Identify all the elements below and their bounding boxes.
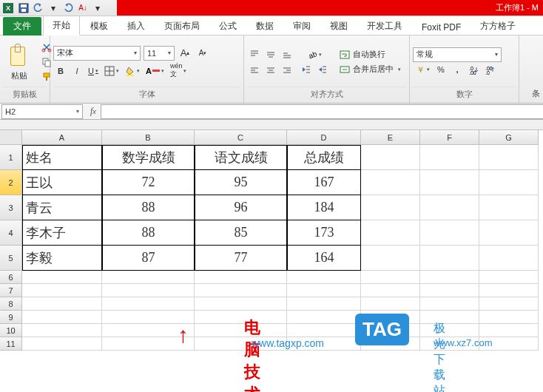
sort-icon[interactable]: A↓ (77, 2, 89, 14)
cell[interactable] (420, 220, 479, 246)
bold-button[interactable]: B (53, 64, 68, 78)
cell[interactable] (195, 297, 287, 311)
cell[interactable] (287, 284, 361, 297)
align-top-icon[interactable] (247, 47, 262, 61)
cell[interactable] (479, 145, 539, 170)
cell[interactable] (479, 297, 539, 311)
cell[interactable] (361, 246, 420, 271)
cell[interactable] (287, 324, 361, 337)
grow-font-icon[interactable]: A▴ (178, 46, 192, 61)
cell[interactable] (287, 297, 361, 311)
tab-view[interactable]: 视图 (321, 17, 357, 36)
cell[interactable] (361, 195, 420, 220)
cell[interactable]: 姓名 (22, 145, 102, 170)
cell[interactable]: 李木子 (22, 220, 102, 246)
cell[interactable]: 青云 (22, 195, 102, 220)
phonetic-button[interactable]: wén文▾ (168, 64, 189, 78)
cell[interactable] (22, 324, 102, 337)
undo-icon[interactable] (33, 2, 44, 14)
cell[interactable]: 96 (195, 195, 287, 220)
fill-color-button[interactable]: ▾ (123, 64, 142, 78)
cell[interactable] (195, 284, 287, 297)
row-header[interactable]: 5 (0, 246, 22, 271)
cell[interactable] (102, 337, 195, 351)
cell[interactable]: 77 (195, 246, 287, 271)
cell[interactable]: 95 (195, 170, 287, 195)
cell[interactable]: 164 (287, 246, 361, 271)
cell[interactable]: 88 (102, 220, 195, 246)
underline-button[interactable]: U▾ (86, 64, 101, 78)
align-middle-icon[interactable] (263, 47, 278, 61)
tab-data[interactable]: 数据 (247, 17, 283, 36)
tab-file[interactable]: 文件 (3, 17, 41, 36)
cell[interactable] (479, 170, 539, 195)
qat-more-icon[interactable]: ▾ (92, 2, 104, 14)
cell[interactable] (195, 324, 287, 337)
cell[interactable] (361, 284, 420, 297)
cell[interactable]: 李毅 (22, 246, 102, 271)
cell[interactable]: 184 (287, 195, 361, 220)
cell[interactable]: 王以 (22, 170, 102, 195)
cell[interactable] (361, 324, 420, 337)
cell[interactable] (420, 297, 479, 311)
font-size-combo[interactable]: 11▾ (144, 46, 175, 61)
font-color-button[interactable]: A▾ (144, 64, 166, 78)
tab-foxit[interactable]: Foxit PDF (413, 19, 470, 36)
cell[interactable] (361, 271, 420, 284)
fx-icon[interactable]: fx (90, 106, 96, 117)
formula-input[interactable] (101, 104, 543, 119)
cell[interactable] (420, 170, 479, 195)
cell[interactable] (361, 220, 420, 246)
row-header[interactable]: 10 (0, 324, 22, 337)
indent-decrease-icon[interactable] (299, 62, 314, 77)
cell[interactable] (195, 271, 287, 284)
cell[interactable] (420, 284, 479, 297)
shrink-font-icon[interactable]: A▾ (195, 46, 210, 61)
grid[interactable]: A B C D E F G 1 姓名 数学成绩 语文成绩 总成绩 2 王以 72… (0, 130, 543, 351)
cell[interactable]: 88 (102, 195, 195, 220)
tab-review[interactable]: 审阅 (284, 17, 320, 36)
cell[interactable] (479, 220, 539, 246)
row-header[interactable]: 8 (0, 297, 22, 311)
save-icon[interactable] (18, 2, 30, 14)
cell[interactable] (102, 324, 195, 337)
cell[interactable] (287, 337, 361, 351)
cell[interactable] (195, 337, 287, 351)
cell[interactable] (420, 145, 479, 170)
cell[interactable] (479, 246, 539, 271)
row-header[interactable]: 6 (0, 271, 22, 284)
cell[interactable]: 85 (195, 220, 287, 246)
col-header-c[interactable]: C (195, 130, 287, 145)
cell[interactable] (479, 337, 539, 351)
comma-icon[interactable]: , (450, 62, 465, 77)
cell[interactable] (479, 311, 539, 324)
cell[interactable] (195, 311, 287, 324)
col-header-b[interactable]: B (102, 130, 195, 145)
col-header-g[interactable]: G (479, 130, 539, 145)
qat-dropdown-icon[interactable]: ▾ (47, 2, 59, 14)
currency-icon[interactable]: ￥▾ (413, 62, 432, 77)
row-header[interactable]: 2 (0, 170, 22, 195)
tab-insert[interactable]: 插入 (118, 17, 154, 36)
tab-home[interactable]: 开始 (43, 16, 80, 36)
orientation-icon[interactable]: ab▾ (299, 47, 330, 62)
italic-button[interactable]: I (70, 64, 84, 78)
cell[interactable] (102, 284, 195, 297)
cell[interactable] (479, 284, 539, 297)
align-bottom-icon[interactable] (280, 47, 294, 61)
align-right-icon[interactable] (280, 63, 294, 78)
cell[interactable] (22, 271, 102, 284)
increase-decimal-icon[interactable]: .0.00 (466, 62, 481, 77)
cell[interactable]: 167 (287, 170, 361, 195)
row-header[interactable]: 9 (0, 311, 22, 324)
align-left-icon[interactable] (247, 63, 262, 78)
tab-devtools[interactable]: 开发工具 (358, 17, 411, 36)
cell[interactable]: 173 (287, 220, 361, 246)
cell[interactable]: 72 (102, 170, 195, 195)
cell[interactable] (420, 337, 479, 351)
tab-pagelayout[interactable]: 页面布局 (155, 17, 209, 36)
cell[interactable] (361, 297, 420, 311)
cell[interactable] (22, 337, 102, 351)
merge-center-button[interactable]: 合并后居中▾ (337, 62, 419, 77)
cell[interactable] (287, 311, 361, 324)
